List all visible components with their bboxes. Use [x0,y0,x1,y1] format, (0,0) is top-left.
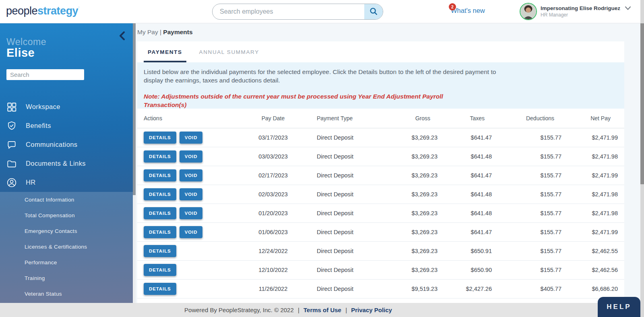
info-panel: Listed below are the individual payments… [137,62,624,109]
sidebar-collapse-button[interactable] [119,31,125,42]
void-button[interactable]: VOID [180,132,203,144]
pay-date-cell: 12/24/2022 [244,241,302,260]
column-header-net-pay: Net Pay [561,109,624,128]
app-window: peoplestrategy· 2 What's new [0,0,644,317]
sidebar-subitem-total-compensation[interactable]: Total Compensation [0,208,133,223]
page-scrollbar-thumb[interactable] [640,23,644,184]
details-button[interactable]: DETAILS [144,283,176,295]
column-header-actions: Actions [137,109,244,128]
peoplestrategy-logo[interactable]: peoplestrategy· [6,5,79,17]
taxes-cell: $641.48 [438,147,492,166]
net-pay-cell: $2,462.56 [561,260,624,279]
sidebar-item-benefits[interactable]: Benefits [0,116,133,135]
pay-date-cell: 02/17/2023 [244,166,302,185]
details-button[interactable]: DETAILS [144,188,176,200]
details-button[interactable]: DETAILS [144,132,176,144]
pay-date-cell: 12/10/2022 [244,260,302,279]
void-button[interactable]: VOID [180,169,203,181]
employee-search-input[interactable] [213,4,364,19]
page-footer: Powered By PeopleStrategy, Inc. © 2022 |… [0,303,644,317]
deductions-cell: $155.77 [492,241,561,260]
actions-cell: DETAILS [137,279,244,298]
column-header-pay-date: Pay Date [244,109,302,128]
page-scrollbar[interactable] [640,0,644,317]
void-button[interactable]: VOID [180,207,203,219]
privacy-policy-link[interactable]: Privacy Policy [351,307,392,313]
deductions-cell: $155.77 [492,166,561,185]
void-button[interactable]: VOID [180,150,203,163]
table-row: DETAILS12/24/2022Direct Deposit$3,269.23… [137,241,624,260]
details-button[interactable]: DETAILS [144,150,176,163]
pay-date-cell: 01/06/2023 [244,222,302,241]
void-button[interactable]: VOID [180,188,203,200]
details-button[interactable]: DETAILS [144,245,176,257]
whats-new-link[interactable]: What's new [451,7,485,14]
logo-trademark: · [78,5,79,9]
payment-type-cell: Direct Deposit [302,204,381,222]
payment-type-cell: Direct Deposit [302,241,381,260]
main-content: My Pay | Payments PAYMENTS ANNUAL SUMMAR… [136,23,640,303]
payment-type-cell: Direct Deposit [302,279,381,298]
breadcrumb: My Pay | Payments [137,29,193,36]
gross-cell: $3,269.23 [381,241,438,260]
sidebar-subitem-veteran-status[interactable]: Veteran Status [0,286,133,302]
table-row: DETAILS11/26/2022Direct Deposit$9,519.23… [137,279,624,298]
sidebar-item-communications[interactable]: Communications [0,135,133,154]
employee-search-button[interactable] [364,4,383,19]
actions-cell: DETAILSVOID [137,166,244,185]
details-button[interactable]: DETAILS [144,207,176,219]
sidebar-scrollbar[interactable] [133,23,136,303]
help-button[interactable]: HELP [598,297,640,317]
payments-description: Listed below are the individual payments… [144,68,498,84]
gross-cell: $3,269.23 [381,260,438,279]
top-header: peoplestrategy· 2 What's new [0,0,644,23]
gross-cell: $3,269.23 [381,166,438,185]
chevron-down-icon [625,5,631,11]
welcome-label: Welcome [6,37,46,47]
taxes-cell: $641.48 [438,185,492,204]
tab-annual-summary[interactable]: ANNUAL SUMMARY [195,41,263,62]
actions-cell: DETAILS [137,241,244,260]
taxes-cell: $641.47 [438,128,492,147]
deductions-cell: $155.77 [492,147,561,166]
shield-check-icon [6,120,17,131]
whats-new-badge: 2 [449,3,456,10]
chat-bubble-icon [6,139,17,150]
sidebar-subitem-training[interactable]: Training [0,270,133,286]
sidebar-search-input[interactable] [6,69,84,80]
table-row: DETAILSVOID01/06/2023Direct Deposit$3,26… [137,222,624,241]
table-row: DETAILS12/10/2022Direct Deposit$3,269.23… [137,260,624,279]
breadcrumb-section[interactable]: My Pay [137,29,158,35]
sidebar-item-hr[interactable]: HR [0,173,133,192]
payment-type-cell: Direct Deposit [302,222,381,241]
sidebar-scrollbar-thumb[interactable] [133,23,136,195]
pay-date-cell: 01/20/2023 [244,204,302,222]
gross-cell: $3,269.23 [381,185,438,204]
sidebar-subitem-contact-information[interactable]: Contact Information [0,192,133,208]
user-menu[interactable]: Impersonating Elise Rodriguez HR Manager [520,3,631,20]
tab-payments[interactable]: PAYMENTS [144,41,186,62]
void-button[interactable]: VOID [180,226,203,238]
sidebar-item-documents-links[interactable]: Documents & Links [0,154,133,173]
deductions-cell: $155.77 [492,204,561,222]
payments-note: Note: Adjustments outside of the current… [144,92,466,109]
sidebar-menu: Workspace Benefits Communications [0,97,133,192]
details-button[interactable]: DETAILS [144,169,176,181]
sidebar: Welcome Elise Workspace [0,23,133,303]
gross-cell: $3,269.23 [381,128,438,147]
pay-date-cell: 11/26/2022 [244,279,302,298]
table-row: DETAILSVOID03/17/2023Direct Deposit$3,26… [137,128,624,147]
details-button[interactable]: DETAILS [144,226,176,238]
tab-bar: PAYMENTS ANNUAL SUMMARY [137,41,624,62]
sidebar-subitem-performance[interactable]: Performance [0,255,133,270]
payment-type-cell: Direct Deposit [302,260,381,279]
user-role: HR Manager [541,12,631,18]
net-pay-cell: $2,471.98 [561,204,624,222]
employee-search [212,4,383,20]
sidebar-subitem-licenses-certifications[interactable]: Licenses & Certifications [0,239,133,255]
sidebar-item-workspace[interactable]: Workspace [0,97,133,116]
details-button[interactable]: DETAILS [144,264,176,276]
terms-of-use-link[interactable]: Terms of Use [303,307,341,313]
net-pay-cell: $2,471.99 [561,128,624,147]
sidebar-subitem-emergency-contacts[interactable]: Emergency Contacts [0,223,133,239]
